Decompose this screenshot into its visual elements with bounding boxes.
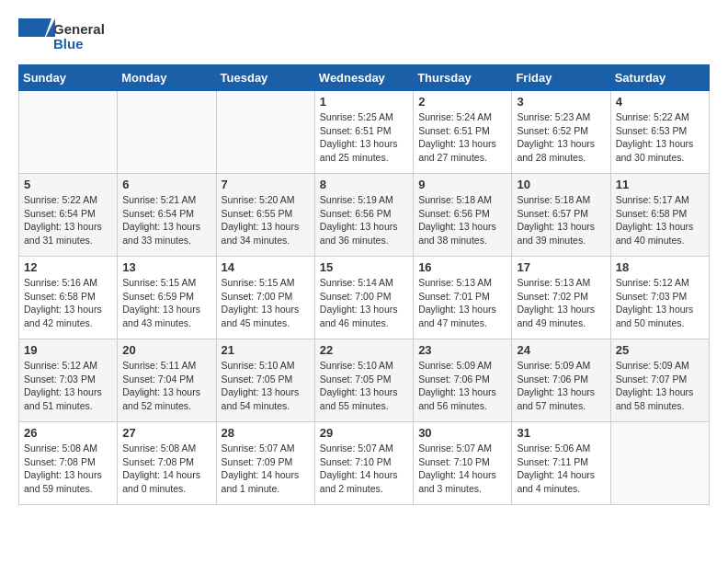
day-number: 24	[517, 343, 605, 357]
day-number: 3	[517, 95, 605, 109]
calendar-header-sunday: Sunday	[19, 65, 118, 91]
day-info: Sunrise: 5:10 AMSunset: 7:05 PMDaylight:…	[222, 359, 310, 413]
day-info: Sunrise: 5:13 AMSunset: 7:01 PMDaylight:…	[418, 276, 506, 330]
day-number: 31	[517, 426, 605, 440]
day-info: Sunrise: 5:16 AMSunset: 6:58 PMDaylight:…	[24, 276, 112, 330]
day-info: Sunrise: 5:07 AMSunset: 7:10 PMDaylight:…	[320, 442, 408, 496]
day-info: Sunrise: 5:15 AMSunset: 7:00 PMDaylight:…	[222, 276, 310, 330]
day-number: 29	[320, 426, 408, 440]
day-info: Sunrise: 5:24 AMSunset: 6:51 PMDaylight:…	[418, 110, 506, 165]
calendar-week-row: 12Sunrise: 5:16 AMSunset: 6:58 PMDayligh…	[19, 257, 710, 339]
day-info: Sunrise: 5:10 AMSunset: 7:05 PMDaylight:…	[320, 359, 408, 413]
day-info: Sunrise: 5:20 AMSunset: 6:55 PMDaylight:…	[222, 193, 310, 247]
calendar-week-row: 26Sunrise: 5:08 AMSunset: 7:08 PMDayligh…	[19, 422, 710, 505]
calendar-cell: 15Sunrise: 5:14 AMSunset: 7:00 PMDayligh…	[314, 257, 413, 339]
day-info: Sunrise: 5:22 AMSunset: 6:54 PMDaylight:…	[24, 193, 112, 247]
calendar-cell: 1Sunrise: 5:25 AMSunset: 6:51 PMDaylight…	[314, 91, 413, 174]
page-header: General Blue	[18, 18, 710, 55]
calendar-cell: 7Sunrise: 5:20 AMSunset: 6:55 PMDaylight…	[216, 174, 314, 257]
calendar-cell: 24Sunrise: 5:09 AMSunset: 7:06 PMDayligh…	[512, 339, 610, 422]
day-info: Sunrise: 5:13 AMSunset: 7:02 PMDaylight:…	[517, 276, 605, 330]
day-number: 25	[616, 343, 704, 357]
day-info: Sunrise: 5:09 AMSunset: 7:06 PMDaylight:…	[418, 359, 506, 413]
calendar-cell: 6Sunrise: 5:21 AMSunset: 6:54 PMDaylight…	[118, 174, 216, 257]
calendar-cell: 21Sunrise: 5:10 AMSunset: 7:05 PMDayligh…	[216, 339, 314, 422]
day-number: 26	[24, 426, 112, 440]
day-number: 19	[24, 343, 112, 357]
calendar-cell: 5Sunrise: 5:22 AMSunset: 6:54 PMDaylight…	[19, 174, 118, 257]
calendar-body: 1Sunrise: 5:25 AMSunset: 6:51 PMDaylight…	[19, 91, 710, 505]
day-number: 8	[320, 178, 408, 191]
calendar-header-thursday: Thursday	[414, 65, 512, 91]
day-info: Sunrise: 5:07 AMSunset: 7:10 PMDaylight:…	[418, 442, 506, 496]
calendar-cell: 14Sunrise: 5:15 AMSunset: 7:00 PMDayligh…	[216, 257, 314, 339]
day-number: 18	[616, 260, 704, 274]
calendar-header-saturday: Saturday	[610, 65, 709, 91]
day-info: Sunrise: 5:11 AMSunset: 7:04 PMDaylight:…	[122, 359, 210, 413]
calendar-cell: 19Sunrise: 5:12 AMSunset: 7:03 PMDayligh…	[19, 339, 118, 422]
calendar-cell: 31Sunrise: 5:06 AMSunset: 7:11 PMDayligh…	[512, 422, 610, 505]
calendar-cell: 10Sunrise: 5:18 AMSunset: 6:57 PMDayligh…	[512, 174, 610, 257]
calendar-cell: 23Sunrise: 5:09 AMSunset: 7:06 PMDayligh…	[414, 339, 512, 422]
calendar-cell: 27Sunrise: 5:08 AMSunset: 7:08 PMDayligh…	[118, 422, 216, 505]
day-info: Sunrise: 5:12 AMSunset: 7:03 PMDaylight:…	[24, 359, 112, 413]
day-info: Sunrise: 5:07 AMSunset: 7:09 PMDaylight:…	[222, 442, 310, 496]
calendar-cell: 11Sunrise: 5:17 AMSunset: 6:58 PMDayligh…	[610, 174, 709, 257]
day-number: 17	[517, 260, 605, 274]
day-number: 23	[418, 343, 506, 357]
calendar-header-row: SundayMondayTuesdayWednesdayThursdayFrid…	[19, 65, 710, 91]
day-info: Sunrise: 5:09 AMSunset: 7:07 PMDaylight:…	[616, 359, 704, 413]
logo-icon-shape	[18, 18, 51, 55]
calendar-cell	[118, 91, 216, 174]
calendar-table: SundayMondayTuesdayWednesdayThursdayFrid…	[18, 64, 710, 505]
calendar-cell: 30Sunrise: 5:07 AMSunset: 7:10 PMDayligh…	[414, 422, 512, 505]
calendar-header-tuesday: Tuesday	[216, 65, 314, 91]
day-info: Sunrise: 5:22 AMSunset: 6:53 PMDaylight:…	[616, 110, 704, 165]
logo-general-text: General	[53, 22, 105, 38]
day-number: 10	[517, 178, 605, 191]
logo-blue-text: Blue	[53, 37, 105, 52]
day-number: 21	[222, 343, 310, 357]
day-number: 15	[320, 260, 408, 274]
day-info: Sunrise: 5:21 AMSunset: 6:54 PMDaylight:…	[122, 193, 210, 247]
calendar-header-wednesday: Wednesday	[314, 65, 413, 91]
day-info: Sunrise: 5:25 AMSunset: 6:51 PMDaylight:…	[320, 110, 408, 165]
day-info: Sunrise: 5:23 AMSunset: 6:52 PMDaylight:…	[517, 110, 605, 165]
calendar-week-row: 5Sunrise: 5:22 AMSunset: 6:54 PMDaylight…	[19, 174, 710, 257]
calendar-cell: 2Sunrise: 5:24 AMSunset: 6:51 PMDaylight…	[414, 91, 512, 174]
day-info: Sunrise: 5:15 AMSunset: 6:59 PMDaylight:…	[122, 276, 210, 330]
logo-container: General Blue	[18, 18, 105, 55]
calendar-week-row: 19Sunrise: 5:12 AMSunset: 7:03 PMDayligh…	[19, 339, 710, 422]
day-info: Sunrise: 5:09 AMSunset: 7:06 PMDaylight:…	[517, 359, 605, 413]
day-number: 9	[418, 178, 506, 191]
calendar-week-row: 1Sunrise: 5:25 AMSunset: 6:51 PMDaylight…	[19, 91, 710, 174]
day-info: Sunrise: 5:18 AMSunset: 6:57 PMDaylight:…	[517, 193, 605, 247]
logo-text: General Blue	[53, 22, 105, 52]
logo: General Blue	[18, 18, 105, 55]
day-number: 4	[616, 95, 704, 109]
calendar-cell: 26Sunrise: 5:08 AMSunset: 7:08 PMDayligh…	[19, 422, 118, 505]
day-number: 20	[122, 343, 210, 357]
day-number: 5	[24, 178, 112, 191]
day-info: Sunrise: 5:08 AMSunset: 7:08 PMDaylight:…	[122, 442, 210, 496]
calendar-cell: 29Sunrise: 5:07 AMSunset: 7:10 PMDayligh…	[314, 422, 413, 505]
day-number: 22	[320, 343, 408, 357]
day-number: 30	[418, 426, 506, 440]
day-number: 14	[222, 260, 310, 274]
calendar-cell: 4Sunrise: 5:22 AMSunset: 6:53 PMDaylight…	[610, 91, 709, 174]
day-number: 11	[616, 178, 704, 191]
calendar-cell: 13Sunrise: 5:15 AMSunset: 6:59 PMDayligh…	[118, 257, 216, 339]
calendar-cell: 16Sunrise: 5:13 AMSunset: 7:01 PMDayligh…	[414, 257, 512, 339]
calendar-cell: 22Sunrise: 5:10 AMSunset: 7:05 PMDayligh…	[314, 339, 413, 422]
calendar-cell	[19, 91, 118, 174]
day-info: Sunrise: 5:18 AMSunset: 6:56 PMDaylight:…	[418, 193, 506, 247]
day-number: 28	[222, 426, 310, 440]
day-info: Sunrise: 5:14 AMSunset: 7:00 PMDaylight:…	[320, 276, 408, 330]
calendar-cell: 28Sunrise: 5:07 AMSunset: 7:09 PMDayligh…	[216, 422, 314, 505]
day-info: Sunrise: 5:06 AMSunset: 7:11 PMDaylight:…	[517, 442, 605, 496]
day-info: Sunrise: 5:19 AMSunset: 6:56 PMDaylight:…	[320, 193, 408, 247]
day-info: Sunrise: 5:08 AMSunset: 7:08 PMDaylight:…	[24, 442, 112, 496]
day-info: Sunrise: 5:17 AMSunset: 6:58 PMDaylight:…	[616, 193, 704, 247]
day-number: 12	[24, 260, 112, 274]
calendar-cell: 8Sunrise: 5:19 AMSunset: 6:56 PMDaylight…	[314, 174, 413, 257]
